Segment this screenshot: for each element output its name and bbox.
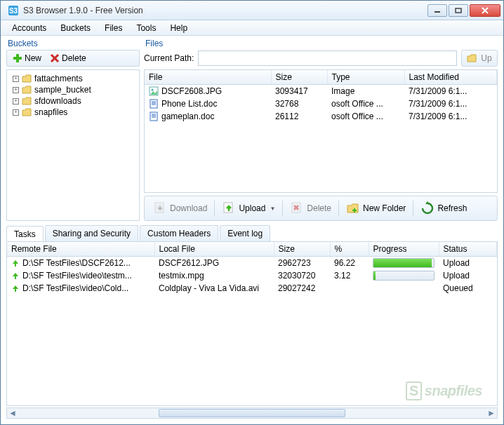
new-folder-button[interactable]: New Folder (342, 200, 410, 217)
tab-headers[interactable]: Custom Headers (140, 225, 218, 241)
svg-text:S3: S3 (9, 7, 18, 15)
new-bucket-button[interactable]: New (10, 53, 44, 64)
menu-files[interactable]: Files (98, 22, 129, 34)
tab-tasks[interactable]: Tasks (6, 226, 44, 242)
bucket-tree[interactable]: +fattachments+sample_bucket+sfdownloads+… (6, 69, 140, 221)
tab-row: Tasks Sharing and Security Custom Header… (6, 225, 498, 241)
task-remote: D:\SF TestFiles\video\Cold... (22, 283, 128, 293)
current-path-label: Current Path: (144, 53, 194, 63)
file-modified: 7/31/2009 6:1... (404, 85, 497, 98)
maximize-button[interactable] (449, 4, 468, 17)
col-local[interactable]: Local File (154, 242, 274, 257)
menu-help[interactable]: Help (163, 22, 194, 34)
upload-button[interactable]: Upload ▼ (218, 200, 279, 217)
bucket-name: sfdownloads (34, 96, 81, 106)
file-size: 32768 (271, 97, 327, 110)
file-table[interactable]: File Size Type Last Modified DSCF2608.JP… (145, 70, 497, 123)
task-local: testmix.mpg (154, 269, 274, 282)
file-row[interactable]: Phone List.doc32768osoft Office ...7/31/… (145, 97, 497, 110)
doc-file-icon (149, 112, 159, 121)
tasks-table[interactable]: Remote File Local File Size % Progress S… (7, 242, 497, 295)
folder-icon (22, 74, 32, 83)
horizontal-scrollbar[interactable]: ◄ ► (6, 407, 498, 419)
menu-accounts[interactable]: Accounts (5, 22, 53, 34)
task-row[interactable]: D:\SF TestFiles\video\testm...testmix.mp… (7, 269, 497, 282)
current-path-input[interactable] (198, 50, 457, 66)
task-status: Queued (439, 282, 497, 295)
expander-icon[interactable]: + (13, 98, 19, 104)
svg-rect-3 (456, 8, 461, 13)
expander-icon[interactable]: + (13, 109, 19, 116)
bucket-name: fattachments (34, 74, 83, 83)
task-row[interactable]: D:\SF TestFiles\video\Cold...Coldplay - … (7, 282, 497, 295)
delete-file-button[interactable]: Delete (286, 200, 336, 217)
bucket-item[interactable]: +snapfiles (8, 107, 138, 118)
scroll-left-icon[interactable]: ◄ (7, 408, 18, 418)
expander-icon[interactable]: + (13, 76, 19, 82)
bucket-item[interactable]: +sample_bucket (8, 84, 138, 95)
image-file-icon (149, 86, 159, 96)
menu-tools[interactable]: Tools (129, 22, 163, 34)
svg-rect-7 (13, 57, 22, 60)
titlebar[interactable]: S3 S3 Browser 1.9.0 - Free Version (1, 1, 503, 20)
file-size: 3093417 (271, 85, 327, 98)
tab-sharing[interactable]: Sharing and Security (45, 225, 138, 241)
menu-buckets[interactable]: Buckets (53, 22, 98, 34)
close-button[interactable] (470, 4, 500, 17)
files-label: Files (144, 39, 498, 48)
file-type: osoft Office ... (327, 97, 404, 110)
col-type[interactable]: Type (327, 70, 404, 85)
buckets-toolbar: New Delete (6, 50, 140, 67)
refresh-icon (420, 201, 435, 215)
col-size[interactable]: Size (271, 70, 327, 85)
task-size: 32030720 (274, 269, 330, 282)
download-icon (153, 201, 167, 215)
upload-arrow-icon (11, 284, 20, 292)
progress-bar (373, 271, 435, 281)
files-toolbar: Download Upload ▼ Delete (144, 196, 498, 221)
file-modified: 7/31/2009 6:1... (404, 97, 497, 110)
col-remote[interactable]: Remote File (7, 242, 154, 257)
scroll-right-icon[interactable]: ► (486, 408, 497, 418)
col-progress[interactable]: Progress (369, 242, 439, 257)
task-size: 29027242 (274, 282, 330, 295)
file-row[interactable]: DSCF2608.JPG3093417Image7/31/2009 6:1... (145, 85, 497, 98)
folder-up-icon (467, 53, 478, 63)
tab-eventlog[interactable]: Event log (220, 225, 270, 241)
task-status: Upload (439, 269, 497, 282)
delete-bucket-button[interactable]: Delete (47, 53, 89, 64)
menubar: Accounts Buckets Files Tools Help (1, 20, 503, 36)
file-size: 26112 (271, 110, 327, 123)
bucket-item[interactable]: +sfdownloads (8, 95, 138, 107)
svg-rect-12 (150, 100, 157, 108)
folder-icon (22, 86, 32, 94)
task-row[interactable]: D:\SF TestFiles\DSCF2612...DSCF2612.JPG2… (7, 257, 497, 270)
file-row[interactable]: gameplan.doc26112osoft Office ...7/31/20… (145, 110, 497, 123)
task-percent: 96.22 (330, 257, 369, 270)
refresh-button[interactable]: Refresh (416, 200, 471, 217)
app-icon: S3 (8, 5, 19, 16)
scroll-thumb[interactable] (159, 409, 345, 417)
col-modified[interactable]: Last Modified (404, 70, 497, 85)
file-name: gameplan.doc (161, 112, 214, 121)
folder-icon (22, 97, 32, 105)
col-task-size[interactable]: Size (274, 242, 330, 257)
task-local: Coldplay - Viva La Vida.avi (154, 282, 274, 295)
col-file[interactable]: File (145, 70, 271, 85)
doc-file-icon (149, 99, 159, 109)
bucket-name: sample_bucket (34, 85, 91, 95)
bucket-name: snapfiles (34, 107, 67, 117)
expander-icon[interactable]: + (13, 87, 19, 93)
x-icon (50, 53, 60, 63)
chevron-down-icon: ▼ (270, 205, 275, 212)
task-status: Upload (439, 257, 497, 270)
upload-arrow-icon (11, 259, 20, 267)
minimize-button[interactable] (427, 4, 447, 17)
up-button[interactable]: Up (461, 50, 498, 67)
col-percent[interactable]: % (330, 242, 369, 257)
buckets-label: Buckets (6, 39, 140, 48)
window-title: S3 Browser 1.9.0 - Free Version (23, 6, 427, 15)
col-status[interactable]: Status (439, 242, 497, 257)
download-button[interactable]: Download (149, 200, 211, 217)
bucket-item[interactable]: +fattachments (8, 73, 138, 84)
